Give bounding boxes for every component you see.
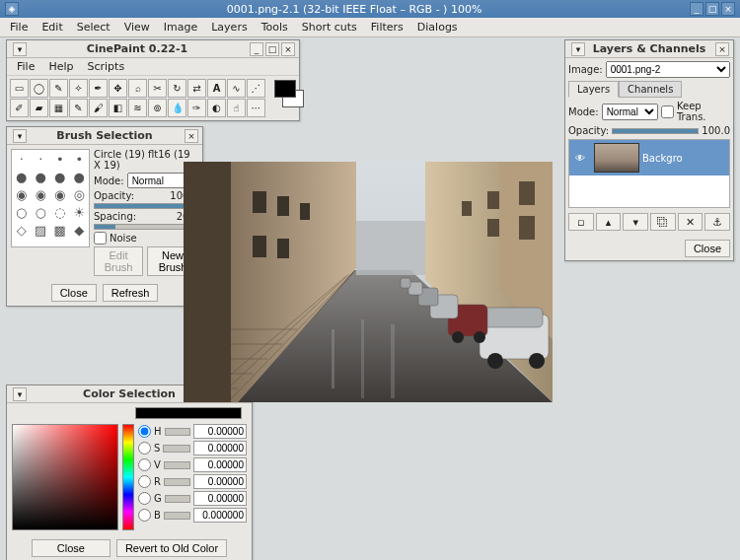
tool-rect-select[interactable]: ▭ (10, 79, 29, 98)
tool-flip[interactable]: ⇄ (187, 79, 206, 98)
brush-item[interactable]: ◉ (12, 185, 32, 203)
visibility-icon[interactable]: 👁 (569, 140, 591, 175)
layer-row[interactable]: 👁 Backgro (569, 140, 729, 175)
menu-image[interactable]: Image (158, 19, 203, 35)
brush-item[interactable]: ◉ (32, 185, 51, 203)
delete-layer-button[interactable]: ✕ (678, 213, 703, 231)
brush-item[interactable]: ○ (12, 203, 32, 221)
tab-channels[interactable]: Channels (619, 81, 682, 98)
layers-close-x-button[interactable]: × (715, 42, 729, 56)
brush-item[interactable]: ◇ (12, 221, 32, 239)
radio-h[interactable] (138, 425, 151, 438)
layer-name[interactable]: Backgro (642, 153, 683, 164)
brush-item[interactable]: ● (70, 168, 90, 185)
image-select[interactable]: 0001.png-2 (606, 61, 730, 78)
tool-pencil[interactable]: ✎ (69, 99, 88, 117)
brush-shade-button[interactable]: ▾ (13, 129, 27, 143)
tool-move[interactable]: ✥ (109, 79, 127, 98)
tool-smudge[interactable]: ☝ (227, 99, 246, 117)
tool-bucket-fill[interactable]: ▰ (30, 99, 48, 117)
close-button[interactable]: × (721, 2, 735, 16)
maximize-button[interactable]: □ (705, 2, 719, 16)
tool-extra[interactable]: ⋯ (247, 99, 265, 117)
value-g[interactable] (193, 491, 247, 506)
tool-bezier-select[interactable]: ✒ (89, 79, 108, 98)
tool-text[interactable]: A (207, 79, 226, 98)
image-canvas[interactable] (184, 162, 553, 402)
toolbox-menu-file[interactable]: File (11, 59, 40, 74)
new-color-swatch[interactable] (136, 408, 188, 418)
tool-clone[interactable]: ⊚ (148, 99, 167, 117)
radio-r[interactable] (138, 475, 151, 488)
brush-item[interactable]: ◉ (50, 185, 70, 203)
menu-filters[interactable]: Filters (365, 19, 409, 35)
tool-eraser[interactable]: ◧ (109, 99, 127, 117)
raise-layer-button[interactable]: ▴ (596, 213, 622, 231)
colorsel-shade-button[interactable]: ▾ (13, 387, 27, 401)
slider-s[interactable] (163, 445, 190, 453)
menu-shortcuts[interactable]: Short cuts (296, 19, 363, 35)
slider-h[interactable] (165, 428, 190, 436)
value-b[interactable] (193, 508, 247, 523)
slider-g[interactable] (165, 495, 190, 503)
brush-item[interactable]: ▩ (50, 221, 70, 239)
foreground-color[interactable] (274, 80, 296, 98)
radio-s[interactable] (138, 442, 151, 455)
tool-blend[interactable]: ▦ (49, 99, 68, 117)
minimize-button[interactable]: _ (690, 2, 703, 16)
brush-item[interactable]: ◆ (70, 221, 90, 239)
brush-item[interactable]: · (12, 150, 32, 168)
brush-close-button[interactable]: Close (51, 284, 97, 302)
tool-crop[interactable]: ✂ (148, 79, 167, 98)
tool-fuzzy-select[interactable]: ✧ (69, 79, 88, 98)
menu-file[interactable]: File (4, 19, 34, 35)
anchor-layer-button[interactable]: ⚓ (704, 213, 730, 231)
tool-transform[interactable]: ↻ (168, 79, 186, 98)
menu-view[interactable]: View (118, 19, 156, 35)
brush-item[interactable]: ☀ (70, 203, 90, 221)
menu-dialogs[interactable]: Dialogs (411, 19, 464, 35)
tool-magnify[interactable]: ⌕ (128, 79, 147, 98)
toolbox-minimize-button[interactable]: _ (250, 42, 263, 56)
tool-free-select[interactable]: ✎ (49, 79, 68, 98)
tool-airbrush[interactable]: ≋ (128, 99, 147, 117)
sysmenu-button[interactable]: ◈ (5, 2, 19, 16)
brush-item[interactable]: ○ (32, 203, 51, 221)
tool-ink[interactable]: ✑ (187, 99, 206, 117)
brush-list[interactable]: · · • • ● ● ● ● ◉ ◉ ◉ ◎ ○ ○ ◌ ☀ ◇ ▨ ▩ ◆ (11, 149, 90, 247)
old-color-swatch[interactable] (188, 408, 241, 418)
keep-trans-checkbox[interactable] (661, 105, 674, 118)
layer-opacity-slider[interactable] (612, 128, 699, 134)
brush-item[interactable]: ● (50, 168, 70, 185)
colorsel-close-button[interactable]: Close (32, 539, 111, 557)
toolbox-shade-button[interactable]: ▾ (13, 42, 27, 56)
slider-b[interactable] (164, 512, 190, 520)
radio-v[interactable] (138, 458, 151, 471)
value-s[interactable] (193, 441, 247, 455)
brush-close-x-button[interactable]: × (185, 129, 198, 143)
brush-item[interactable]: · (32, 150, 51, 168)
radio-g[interactable] (138, 492, 151, 505)
value-v[interactable] (193, 457, 247, 472)
layers-shade-button[interactable]: ▾ (571, 42, 585, 56)
color-field[interactable] (12, 424, 118, 530)
slider-v[interactable] (164, 461, 190, 469)
tab-layers[interactable]: Layers (568, 81, 619, 98)
slider-r[interactable] (164, 478, 190, 486)
menu-layers[interactable]: Layers (205, 19, 253, 35)
tool-color-picker[interactable]: ✐ (10, 99, 29, 117)
brush-item[interactable]: ▨ (32, 221, 51, 239)
toolbox-maximize-button[interactable]: □ (265, 42, 279, 56)
tool-paintbrush[interactable]: 🖌 (89, 99, 108, 117)
tool-ellipse-select[interactable]: ◯ (30, 79, 48, 98)
brush-item[interactable]: • (70, 150, 90, 168)
layer-mode-select[interactable]: Normal (602, 104, 658, 120)
brush-item[interactable]: ● (32, 168, 51, 185)
brush-item[interactable]: ● (12, 168, 32, 185)
radio-b[interactable] (138, 509, 151, 522)
brush-item[interactable]: ◌ (50, 203, 70, 221)
value-h[interactable] (193, 424, 247, 439)
toolbox-close-button[interactable]: × (281, 42, 295, 56)
toolbox-menu-help[interactable]: Help (42, 59, 79, 74)
duplicate-layer-button[interactable]: ⿻ (650, 213, 676, 231)
